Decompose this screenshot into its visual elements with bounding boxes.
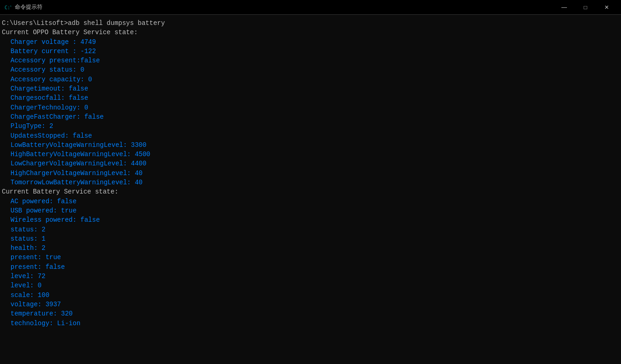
- terminal-line: Chargesocfall: false: [2, 93, 619, 103]
- terminal-line: health: 2: [2, 243, 619, 253]
- terminal-line: AC powered: false: [2, 197, 619, 206]
- terminal-line: UpdatesStopped: false: [2, 131, 619, 140]
- terminal-line: level: 72: [2, 272, 619, 281]
- terminal-line: scale: 100: [2, 291, 619, 300]
- terminal-line: Chargetimeout: false: [2, 84, 619, 93]
- close-button[interactable]: ✕: [596, 0, 617, 15]
- terminal-line: level: 0: [2, 281, 619, 290]
- terminal-line: temperature: 320: [2, 309, 619, 318]
- terminal-line: LowBatteryVoltageWarningLevel: 3300: [2, 140, 619, 150]
- terminal-line: Accessory capacity: 0: [2, 75, 619, 84]
- terminal-line: present: true: [2, 253, 619, 262]
- terminal-line: Current OPPO Battery Service state:: [2, 28, 619, 37]
- terminal-line: PlugType: 2: [2, 121, 619, 131]
- terminal-body[interactable]: C:\Users\Litsoft>adb shell dumpsys batte…: [0, 15, 621, 364]
- cmd-window: C:\ 命令提示符 — □ ✕ C:\Users\Litsoft>adb she…: [0, 0, 621, 364]
- window-title: 命令提示符: [15, 3, 554, 11]
- terminal-line: technology: Li-ion: [2, 319, 619, 328]
- terminal-line: C:\Users\Litsoft>adb shell dumpsys batte…: [2, 18, 619, 28]
- terminal-line: Wireless powered: false: [2, 215, 619, 224]
- terminal-line: status: 1: [2, 234, 619, 243]
- terminal-line: voltage: 3937: [2, 300, 619, 309]
- terminal-line: Charger voltage : 4749: [2, 37, 619, 47]
- maximize-button[interactable]: □: [575, 0, 596, 15]
- terminal-line: LowChargerVoltageWarningLevel: 4400: [2, 159, 619, 168]
- terminal-line: HighBatteryVoltageWarningLevel: 4500: [2, 150, 619, 159]
- terminal-line: ChargeFastCharger: false: [2, 112, 619, 121]
- terminal-line: present: false: [2, 262, 619, 272]
- title-bar: C:\ 命令提示符 — □ ✕: [0, 0, 621, 15]
- terminal-line: USB powered: true: [2, 206, 619, 215]
- terminal-line: status: 2: [2, 225, 619, 234]
- terminal-line: ChargerTechnology: 0: [2, 103, 619, 112]
- cmd-icon: C:\: [4, 4, 11, 11]
- svg-text:C:\: C:\: [5, 5, 11, 10]
- minimize-button[interactable]: —: [554, 0, 575, 15]
- terminal-line: Accessory status: 0: [2, 65, 619, 74]
- terminal-line: Current Battery Service state:: [2, 187, 619, 196]
- window-controls: — □ ✕: [554, 0, 617, 15]
- terminal-line: TomorrowLowBatteryWarningLevel: 40: [2, 178, 619, 187]
- terminal-line: Accessory present:false: [2, 56, 619, 65]
- terminal-line: Battery current : -122: [2, 47, 619, 56]
- terminal-line: HighChargerVoltageWarningLevel: 40: [2, 169, 619, 178]
